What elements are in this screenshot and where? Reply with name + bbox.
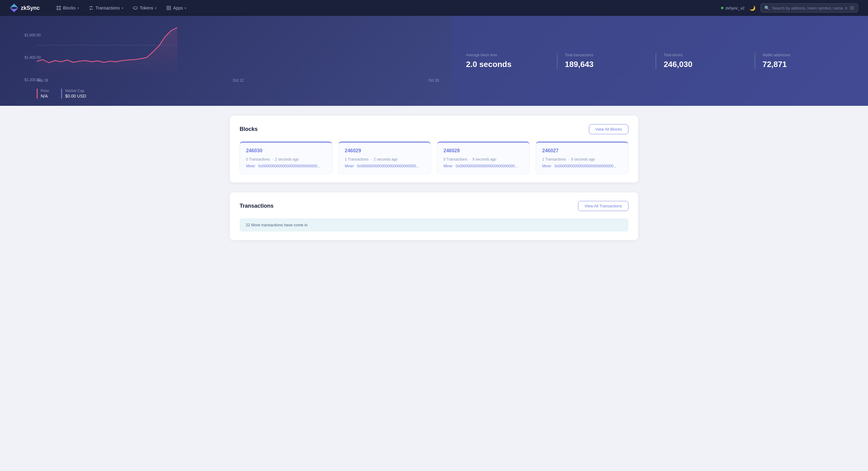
block-card-3: 246027 1 Transactions · 9 seconds ago Mi… <box>536 142 628 174</box>
zksync-logo-icon <box>10 4 18 12</box>
nav-links: Blocks ▾ Transactions ▾ Tokens ▾ <box>52 3 721 13</box>
block-miner-address-0[interactable]: 0x000000000000000000000000000... <box>258 164 320 168</box>
search-icon: 🔍 <box>765 5 770 10</box>
logo-text: zkSync <box>21 5 40 11</box>
stat-total-tx-value: 189,643 <box>565 60 648 69</box>
block-number-3[interactable]: 246027 <box>542 148 622 153</box>
nav-blocks[interactable]: Blocks ▾ <box>52 3 83 13</box>
stat-avg-block-time-value: 2.0 seconds <box>466 60 550 69</box>
svg-rect-2 <box>57 6 58 8</box>
svg-rect-10 <box>166 7 168 8</box>
transactions-section-header: Transactions View All Transactions <box>240 201 628 211</box>
transactions-chevron-icon: ▾ <box>122 6 123 10</box>
stat-total-blocks-label: Total blocks <box>663 53 747 57</box>
stat-total-transactions: Total transactions 189,643 <box>557 53 656 69</box>
block-miner-address-3[interactable]: 0x000000000000000000000000000... <box>554 164 617 168</box>
block-time-0: 2 seconds ago <box>275 157 299 161</box>
nav-transactions-label: Transactions <box>95 5 120 10</box>
block-tx-count-3: 1 Transactions <box>542 157 566 161</box>
price-value: N/A <box>41 94 49 98</box>
search-bar[interactable]: 🔍 / <box>761 3 858 12</box>
block-tx-count-0: 0 Transactions <box>246 157 270 161</box>
transactions-notice-text: 22 More transactions have come in <box>246 223 307 227</box>
block-meta-1: 1 Transactions · 2 seconds ago <box>345 157 425 161</box>
price-chart-canvas <box>37 25 177 77</box>
svg-rect-9 <box>169 6 171 7</box>
nav-apps[interactable]: Apps ▾ <box>162 3 190 13</box>
price-label: Price <box>41 89 49 93</box>
block-time-3: 9 seconds ago <box>571 157 595 161</box>
price-chart-section: $1,600.00 $1,400.00 $1,200.00 <box>0 16 452 106</box>
hero-stats: Average block time 2.0 seconds Total tra… <box>452 16 868 106</box>
block-number-2[interactable]: 246028 <box>443 148 523 153</box>
blocks-section-title: Blocks <box>240 126 258 133</box>
block-miner-label-0: Miner <box>246 164 255 168</box>
svg-rect-12 <box>169 7 171 8</box>
network-selector[interactable]: zkSync_v2 <box>721 6 745 10</box>
block-miner-2: Miner 0x000000000000000000000000000... <box>443 164 523 168</box>
block-card-2: 246028 0 Transactions · 9 seconds ago Mi… <box>437 142 530 174</box>
stat-wallet-addr-label: Wallet addresses <box>763 53 846 57</box>
svg-rect-11 <box>168 7 169 8</box>
svg-rect-14 <box>168 9 169 10</box>
block-number-0[interactable]: 246030 <box>246 148 326 153</box>
block-miner-address-2[interactable]: 0x000000000000000000000000000... <box>456 164 518 168</box>
block-time-2: 9 seconds ago <box>472 157 496 161</box>
tokens-icon <box>133 5 138 10</box>
svg-rect-7 <box>166 6 168 7</box>
svg-marker-0 <box>10 4 18 8</box>
block-time-1: 2 seconds ago <box>374 157 398 161</box>
svg-rect-5 <box>59 8 61 10</box>
block-miner-3: Miner 0x000000000000000000000000000... <box>542 164 622 168</box>
block-miner-address-1[interactable]: 0x000000000000000000000000000... <box>357 164 419 168</box>
market-cap-value: $0.00 USD <box>65 94 86 98</box>
block-miner-1: Miner 0x000000000000000000000000000... <box>345 164 425 168</box>
stat-wallet-addresses: Wallet addresses 72,871 <box>754 53 853 69</box>
svg-rect-15 <box>169 9 171 10</box>
market-cap-label: Market Cap <box>65 89 86 93</box>
price-stat: Price N/A <box>37 89 49 98</box>
navbar-right: zkSync_v2 🌙 🔍 / <box>721 3 858 12</box>
transactions-icon <box>89 5 94 10</box>
main-content: Blocks View All Blocks 246030 0 Transact… <box>208 106 660 260</box>
svg-rect-13 <box>166 9 168 10</box>
block-tx-count-2: 0 Transactions <box>443 157 467 161</box>
block-meta-3: 1 Transactions · 9 seconds ago <box>542 157 622 161</box>
blocks-section-header: Blocks View All Blocks <box>240 124 628 134</box>
nav-transactions[interactable]: Transactions ▾ <box>84 3 127 13</box>
nav-tokens-label: Tokens <box>140 5 153 10</box>
chart-legend: Price N/A Market Cap $0.00 USD <box>37 89 439 98</box>
view-all-transactions-button[interactable]: View All Transactions <box>578 201 628 211</box>
block-card-0: 246030 0 Transactions · 2 seconds ago Mi… <box>240 142 332 174</box>
network-name: zkSync_v2 <box>725 6 745 10</box>
nav-apps-label: Apps <box>173 5 183 10</box>
chart-x-label-2: Oct 26 <box>428 78 439 83</box>
block-meta-2: 0 Transactions · 9 seconds ago <box>443 157 523 161</box>
tokens-chevron-icon: ▾ <box>155 6 156 10</box>
logo[interactable]: zkSync <box>10 4 40 12</box>
block-miner-label-2: Miner <box>443 164 453 168</box>
nav-tokens[interactable]: Tokens ▾ <box>129 3 161 13</box>
svg-marker-17 <box>37 28 177 77</box>
block-number-1[interactable]: 246029 <box>345 148 425 153</box>
svg-marker-1 <box>10 8 18 12</box>
block-tx-count-1: 1 Transactions <box>345 157 369 161</box>
theme-toggle-button[interactable]: 🌙 <box>748 4 757 12</box>
chart-y-label-2: $1,200.00 <box>25 78 41 82</box>
blocks-icon <box>56 5 61 10</box>
apps-chevron-icon: ▾ <box>185 6 186 10</box>
svg-rect-4 <box>57 8 58 10</box>
stat-wallet-addr-value: 72,871 <box>763 60 846 69</box>
search-input[interactable] <box>772 6 847 10</box>
network-status-dot <box>721 7 723 9</box>
block-card-1: 246029 1 Transactions · 2 seconds ago Mi… <box>338 142 431 174</box>
market-cap-stat: Market Cap $0.00 USD <box>61 89 86 98</box>
block-miner-0: Miner 0x000000000000000000000000000... <box>246 164 326 168</box>
chart-x-label-1: Oct 12 <box>233 78 244 83</box>
block-miner-label-1: Miner <box>345 164 354 168</box>
view-all-blocks-button[interactable]: View All Blocks <box>589 124 628 134</box>
svg-rect-8 <box>168 6 169 7</box>
transactions-notice: 22 More transactions have come in <box>240 218 628 232</box>
block-meta-0: 0 Transactions · 2 seconds ago <box>246 157 326 161</box>
stat-total-blocks-value: 246,030 <box>663 60 747 69</box>
